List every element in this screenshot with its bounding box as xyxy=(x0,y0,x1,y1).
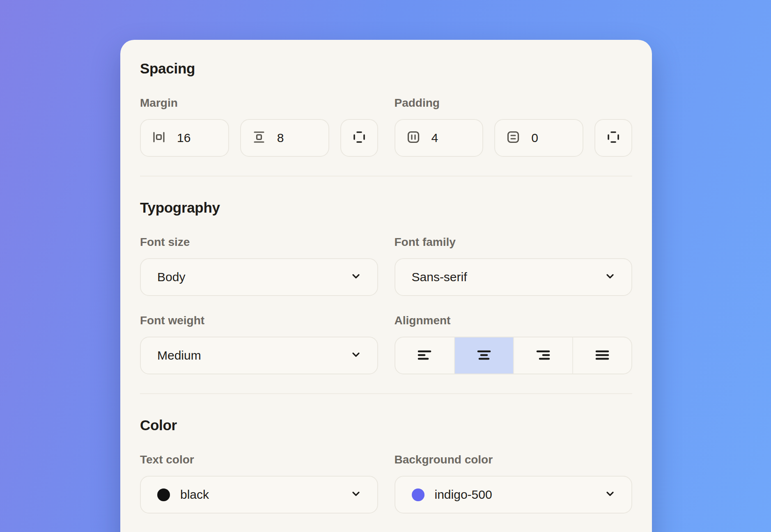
padding-horizontal-icon xyxy=(406,130,421,146)
align-left-button[interactable] xyxy=(395,337,454,374)
padding-individual-sides-icon xyxy=(606,130,621,146)
font-family-label: Font family xyxy=(395,235,633,249)
alignment-label: Alignment xyxy=(395,313,633,328)
text-color-select[interactable]: black xyxy=(140,476,378,514)
font-size-label: Font size xyxy=(140,235,378,249)
chevron-down-icon xyxy=(349,270,363,284)
align-justify-button[interactable] xyxy=(572,337,631,374)
margin-individual-sides-icon xyxy=(352,130,367,146)
text-color-value: black xyxy=(180,488,209,502)
align-center-icon xyxy=(475,348,493,364)
alignment-segmented-control xyxy=(395,337,633,374)
section-divider xyxy=(140,393,632,394)
background-color-label: Background color xyxy=(395,452,633,467)
font-size-group: Font size Body xyxy=(140,235,378,296)
margin-horizontal-input[interactable] xyxy=(177,131,224,145)
margin-vertical-field[interactable] xyxy=(240,119,329,157)
text-color-swatch xyxy=(157,488,170,501)
font-family-group: Font family Sans-serif xyxy=(395,235,633,296)
properties-panel: Spacing Margin xyxy=(120,40,652,532)
padding-controls xyxy=(395,119,633,157)
margin-horizontal-icon xyxy=(151,130,166,146)
padding-vertical-field[interactable] xyxy=(494,119,583,157)
padding-vertical-input[interactable] xyxy=(531,131,578,145)
color-section-title: Color xyxy=(140,417,632,433)
chevron-down-icon xyxy=(349,487,363,502)
font-size-select[interactable]: Body xyxy=(140,258,378,296)
alignment-group: Alignment xyxy=(395,313,633,374)
spacing-section-title: Spacing xyxy=(140,60,632,77)
margin-group: Margin xyxy=(140,96,378,157)
padding-horizontal-input[interactable] xyxy=(431,131,479,145)
font-weight-value: Medium xyxy=(157,349,201,362)
padding-individual-sides-button[interactable] xyxy=(594,119,632,157)
margin-label: Margin xyxy=(140,96,378,110)
margin-vertical-icon xyxy=(252,130,266,146)
spacing-section: Margin xyxy=(140,96,632,157)
section-divider xyxy=(140,176,632,177)
padding-vertical-icon xyxy=(506,130,521,146)
chevron-down-icon xyxy=(603,270,617,284)
font-size-value: Body xyxy=(157,270,185,284)
font-family-select[interactable]: Sans-serif xyxy=(395,258,633,296)
align-right-button[interactable] xyxy=(513,337,572,374)
padding-group: Padding xyxy=(395,96,633,157)
background-color-group: Background color indigo-500 xyxy=(395,452,633,514)
chevron-down-icon xyxy=(349,348,363,363)
margin-horizontal-field[interactable] xyxy=(140,119,229,157)
padding-label: Padding xyxy=(395,96,633,110)
margin-controls xyxy=(140,119,378,157)
margin-vertical-input[interactable] xyxy=(277,131,324,145)
color-section: Text color black Background color indigo… xyxy=(140,452,632,514)
align-right-icon xyxy=(534,348,552,364)
background-color-value: indigo-500 xyxy=(435,488,492,502)
typography-section: Font size Body Font family Sans-serif Fo… xyxy=(140,235,632,374)
align-justify-icon xyxy=(593,348,611,364)
align-left-icon xyxy=(415,348,434,364)
align-center-button[interactable] xyxy=(454,337,513,374)
chevron-down-icon xyxy=(603,487,617,502)
text-color-label: Text color xyxy=(140,452,378,467)
margin-individual-sides-button[interactable] xyxy=(340,119,378,157)
padding-horizontal-field[interactable] xyxy=(395,119,484,157)
font-weight-group: Font weight Medium xyxy=(140,313,378,374)
background-color-swatch xyxy=(412,488,425,501)
font-family-value: Sans-serif xyxy=(412,270,467,284)
font-weight-label: Font weight xyxy=(140,313,378,328)
background-color-select[interactable]: indigo-500 xyxy=(395,476,633,514)
typography-section-title: Typography xyxy=(140,200,632,216)
text-color-group: Text color black xyxy=(140,452,378,514)
font-weight-select[interactable]: Medium xyxy=(140,337,378,374)
